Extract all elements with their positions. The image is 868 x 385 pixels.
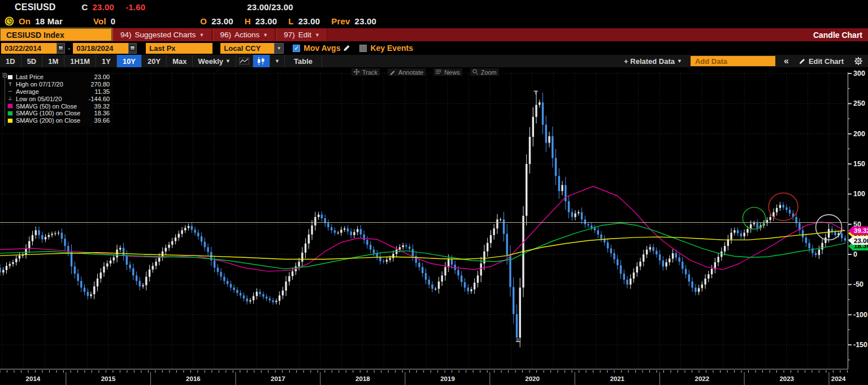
svg-text:2020: 2020 bbox=[525, 375, 540, 382]
annotate-tool-button[interactable]: Annotate bbox=[388, 68, 426, 76]
svg-text:300: 300 bbox=[853, 70, 865, 77]
chart-type-label: Candle Chart bbox=[808, 28, 868, 41]
currency-select[interactable]: Local CCY bbox=[220, 43, 274, 54]
time-axis[interactable]: 2014201520162017201820192020202120222023… bbox=[0, 370, 868, 385]
price-axis-badges: 39.6639.3218.3623.00 bbox=[848, 227, 868, 250]
chart-type-dropdown[interactable]: ▼ bbox=[270, 55, 285, 67]
key-events-checkbox[interactable] bbox=[359, 45, 367, 52]
security-ticker-field[interactable]: CESIUSD Index bbox=[0, 28, 112, 41]
svg-text:2014: 2014 bbox=[26, 375, 41, 382]
frequency-value: Weekly bbox=[198, 57, 223, 66]
date-to-value: 03/18/2024 bbox=[76, 44, 113, 53]
range-tab-1h1m[interactable]: 1H1M bbox=[64, 55, 96, 67]
frequency-select[interactable]: Weekly ▼ bbox=[193, 55, 236, 67]
vol-label: Vol bbox=[93, 16, 106, 26]
calendar-from-button[interactable] bbox=[57, 43, 65, 54]
symbol: CESIUSD bbox=[15, 2, 56, 12]
chart-canvas[interactable]: 300250200150100500-50-100-150 39.6639.32… bbox=[0, 68, 868, 370]
svg-text:-150: -150 bbox=[853, 341, 867, 349]
vol-value: 0 bbox=[111, 16, 116, 26]
related-data-button[interactable]: + Related Data ▼ bbox=[619, 55, 687, 67]
legend-label: Last Price bbox=[16, 73, 44, 80]
legend-value: 39.32 bbox=[80, 103, 110, 110]
chart-area[interactable]: 300250200150100500-50-100-150 39.6639.32… bbox=[0, 68, 868, 370]
collapse-panel-button[interactable]: « bbox=[779, 55, 794, 67]
date-to-field[interactable]: 03/18/2024 bbox=[73, 43, 128, 54]
range-tab-20y[interactable]: 20Y bbox=[142, 55, 167, 67]
add-data-input[interactable] bbox=[691, 56, 775, 66]
zoom-tool-button[interactable]: Zoom bbox=[470, 68, 499, 76]
pencil-icon bbox=[799, 58, 806, 65]
on-label: On bbox=[19, 16, 31, 26]
svg-text:2017: 2017 bbox=[271, 375, 285, 382]
legend-avg-marker-icon: ─ bbox=[7, 89, 13, 94]
line-chart-type-button[interactable] bbox=[236, 55, 253, 67]
svg-text:23.00: 23.00 bbox=[854, 237, 868, 244]
prev-value: 23.00 bbox=[355, 16, 377, 26]
svg-text:2024: 2024 bbox=[831, 375, 846, 382]
range-tab-1m[interactable]: 1M bbox=[42, 55, 64, 67]
chart-settings-button[interactable] bbox=[849, 55, 868, 67]
gauge-icon bbox=[5, 16, 14, 26]
range-tab-1d[interactable]: 1D bbox=[0, 55, 21, 67]
track-tool-button[interactable]: Track bbox=[351, 68, 380, 76]
range-tab-10y[interactable]: 10Y bbox=[117, 55, 142, 67]
legend-value: 23.00 bbox=[80, 73, 110, 80]
legend-expander-icon[interactable]: + bbox=[3, 73, 7, 77]
svg-text:-100: -100 bbox=[853, 311, 867, 319]
range-tab-max[interactable]: Max bbox=[167, 55, 193, 67]
edit-chart-button[interactable]: Edit Chart bbox=[794, 55, 849, 67]
calendar-icon bbox=[130, 46, 135, 50]
candle-chart-icon bbox=[257, 57, 266, 65]
range-toolbar: 1D5D1M1H1M1Y10Y20YMax Weekly ▼ ▼ Table bbox=[0, 55, 868, 68]
zoom-icon bbox=[472, 69, 479, 75]
chart-legend[interactable]: + Last Price23.00THigh on 07/17/20270.80… bbox=[5, 72, 113, 126]
legend-label: Low on 05/01/20 bbox=[16, 96, 62, 102]
price-axis[interactable]: 300250200150100500-50-100-150 bbox=[848, 70, 867, 369]
svg-text:2022: 2022 bbox=[695, 375, 710, 382]
date-from-field[interactable]: 03/22/2014 bbox=[1, 43, 57, 54]
currency-dropdown-button[interactable]: ▾ bbox=[274, 43, 284, 54]
legend-value: -144.60 bbox=[80, 96, 110, 102]
open-value: 23.00 bbox=[211, 16, 233, 26]
candle-chart-type-button[interactable] bbox=[253, 55, 270, 67]
menu-item-edit[interactable]: 97)Edit▼ bbox=[276, 28, 327, 41]
legend-value: 18.36 bbox=[80, 110, 110, 116]
menu-bar: CESIUSD Index 94)Suggested Charts▼96)Act… bbox=[0, 28, 868, 41]
bid-ask: 23.00/23.00 bbox=[247, 2, 293, 12]
news-tool-button[interactable]: News bbox=[433, 68, 462, 76]
table-button[interactable]: Table bbox=[285, 55, 322, 67]
track-icon bbox=[354, 69, 360, 75]
price-field-select[interactable]: Last Px bbox=[146, 43, 212, 54]
legend-row: ⊥Low on 05/01/20-144.60 bbox=[7, 95, 110, 102]
svg-text:2023: 2023 bbox=[779, 375, 794, 382]
pencil-icon[interactable] bbox=[343, 44, 351, 52]
news-icon bbox=[436, 69, 442, 75]
date-from-value: 03/22/2014 bbox=[5, 44, 41, 53]
mov-avgs-checkbox[interactable]: ✓ bbox=[293, 45, 300, 52]
toolbar-right: + Related Data ▼ « Edit Chart bbox=[619, 55, 868, 67]
menu-item-suggested-charts[interactable]: 94)Suggested Charts▼ bbox=[113, 28, 212, 41]
svg-text:250: 250 bbox=[853, 100, 865, 107]
menu-item-actions[interactable]: 96)Actions▼ bbox=[213, 28, 276, 41]
chart-gridlines bbox=[0, 72, 848, 369]
svg-text:2021: 2021 bbox=[610, 375, 624, 382]
legend-row: SMAVG (200) on Close39.66 bbox=[7, 117, 110, 124]
legend-label: SMAVG (50) on Close bbox=[16, 103, 77, 110]
calendar-to-button[interactable] bbox=[128, 43, 137, 54]
low-value: 23.00 bbox=[298, 16, 320, 26]
quote-row-1: CESIUSD C 23.00 -1.60 23.00/23.00 bbox=[0, 0, 868, 14]
prev-label: Prev bbox=[331, 16, 350, 26]
range-tab-5d[interactable]: 5D bbox=[21, 55, 43, 67]
annotate-icon bbox=[390, 69, 396, 75]
bloomberg-terminal: CESIUSD C 23.00 -1.60 23.00/23.00 On 18 … bbox=[0, 0, 868, 385]
date-range-separator: - bbox=[68, 44, 70, 53]
legend-high-marker-icon: T bbox=[7, 82, 13, 87]
candlestick-series bbox=[0, 91, 846, 347]
legend-row: SMAVG (100) on Close18.36 bbox=[7, 110, 110, 117]
legend-label: SMAVG (100) on Close bbox=[16, 110, 80, 116]
legend-swatch bbox=[7, 103, 13, 109]
legend-row: THigh on 07/17/20270.80 bbox=[7, 81, 110, 88]
range-tab-1y[interactable]: 1Y bbox=[96, 55, 117, 67]
chart-controls: 03/22/2014 - 03/18/2024 Last Px Local CC… bbox=[0, 41, 868, 55]
